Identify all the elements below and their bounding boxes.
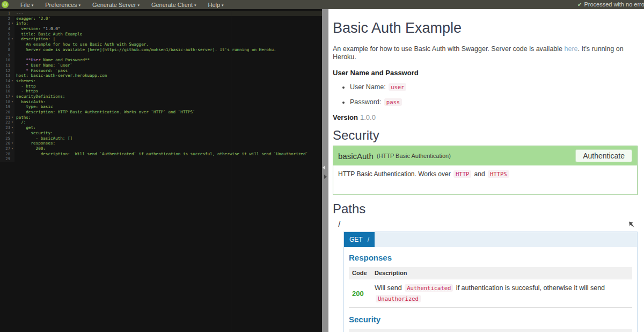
response-code: 200 [349, 279, 371, 308]
code-text: host: basic-auth-server.herokuapp.com [14, 73, 107, 78]
editor-lines: 1---2swagger: '2.0'3▾info:4 version: "1.… [0, 11, 322, 162]
code-text: description: HTTP Basic Authentication. … [14, 110, 195, 115]
code-text [14, 156, 16, 162]
editor-line[interactable]: 12 * Password: `pass` [0, 68, 322, 74]
code-text: * Password: `pass` [14, 68, 70, 74]
editor-line[interactable]: 17▾securityDefinitions: [0, 94, 322, 99]
pane-divider[interactable] [322, 9, 328, 332]
editor-line[interactable]: 5 title: Basic Auth Example [0, 32, 322, 37]
editor-line[interactable]: 25 - basicAuth: [] [0, 136, 322, 141]
operation-security-heading: Security [349, 314, 632, 324]
editor-line[interactable]: 28 description: Will send `Authenticated… [0, 151, 322, 157]
editor-line[interactable]: 3▾info: [0, 21, 322, 26]
menu-preferences[interactable]: Preferences▾ [45, 2, 80, 8]
fold-arrow-icon[interactable]: ▾ [10, 115, 14, 120]
menu-generate-server[interactable]: Generate Server▾ [92, 2, 140, 8]
path-link[interactable]: / [338, 220, 340, 229]
chevron-down-icon: ▾ [222, 3, 224, 7]
swagger-logo-icon[interactable]: {} [2, 1, 9, 8]
fold-arrow-icon[interactable]: ▾ [10, 99, 14, 105]
line-number: 18▾ [0, 99, 14, 105]
fold-arrow-icon[interactable]: ▾ [10, 21, 14, 26]
line-number: 14▾ [0, 78, 14, 84]
editor-line[interactable]: 26▾ responses: [0, 141, 322, 146]
security-scheme-description: HTTP Basic Authentication. Works over HT… [333, 165, 637, 194]
operation-security-table: Security Schema Scopes basicAuth [349, 329, 632, 332]
line-number: 6▾ [0, 37, 14, 42]
code-text: 200: [14, 146, 46, 151]
yaml-editor[interactable]: 1---2swagger: '2.0'3▾info:4 version: "1.… [0, 9, 322, 332]
editor-line[interactable]: 1--- [0, 11, 322, 16]
menu-generate-client[interactable]: Generate Client▾ [151, 2, 196, 8]
column-header-code: Code [349, 267, 371, 279]
editor-line[interactable]: 20 description: HTTP Basic Authenticatio… [0, 110, 322, 115]
editor-line[interactable]: 6▾ description: | [0, 37, 322, 42]
code-text: * User Name: `user` [14, 63, 72, 68]
authenticate-button[interactable]: Authenticate [575, 149, 632, 162]
code-text: /: [14, 120, 26, 125]
response-description: Will send Authenticated if authenticatio… [371, 279, 632, 308]
editor-line[interactable]: 13host: basic-auth-server.herokuapp.com [0, 73, 322, 78]
security-definition-header: basicAuth (HTTP Basic Authentication) Au… [333, 146, 637, 165]
editor-line[interactable]: 22▾ /: [0, 120, 322, 125]
editor-line[interactable]: 21▾paths: [0, 115, 322, 120]
editor-line[interactable]: 29 [0, 156, 322, 162]
line-number: 11 [0, 63, 14, 68]
expand-right-icon[interactable] [324, 175, 327, 179]
operation-header[interactable]: GET/ [344, 232, 637, 247]
column-header-scopes: Scopes [551, 329, 632, 332]
line-number: 17▾ [0, 94, 14, 99]
editor-line[interactable]: 16 - https [0, 89, 322, 94]
here-link[interactable]: here [564, 45, 577, 53]
scroll-to-definition-arrow-icon[interactable] [628, 221, 635, 228]
editor-line[interactable]: 9 [0, 53, 322, 58]
line-number: 23▾ [0, 125, 14, 131]
editor-line[interactable]: 8 Server code is available [here](https:… [0, 47, 322, 53]
code-text: --- [14, 11, 24, 16]
code-text: responses: [14, 141, 55, 146]
editor-line[interactable]: 18▾ basicAuth: [0, 99, 322, 105]
fold-arrow-icon[interactable]: ▾ [10, 146, 14, 151]
editor-line[interactable]: 11 * User Name: `user` [0, 63, 322, 68]
code-text: **User Name and Password** [14, 57, 90, 63]
editor-line[interactable]: 27▾ 200: [0, 146, 322, 151]
editor-line[interactable]: 15 - http [0, 84, 322, 89]
line-number: 2 [0, 16, 14, 21]
line-number: 8 [0, 47, 14, 53]
code-text: securityDefinitions: [14, 94, 65, 99]
security-scheme-name: basicAuth [338, 151, 374, 161]
api-version: Version1.0.0 [333, 113, 638, 121]
code-text: Server code is available [here](https://… [14, 47, 276, 53]
print-margin [231, 9, 231, 332]
menu-help[interactable]: Help▾ [208, 2, 223, 8]
text-run: if authentication is succesful, otherwis… [454, 284, 605, 292]
api-description: An example for how to use Basic Auth wit… [333, 45, 638, 61]
editor-line[interactable]: 7 An example for how to use Basic Auth w… [0, 42, 322, 47]
fold-arrow-icon[interactable]: ▾ [10, 78, 14, 84]
editor-line[interactable]: 14▾schemes: [0, 78, 322, 84]
editor-line[interactable]: 24▾ security: [0, 131, 322, 136]
fold-arrow-icon[interactable]: ▾ [10, 141, 14, 146]
fold-arrow-icon[interactable]: ▾ [10, 125, 14, 131]
fold-arrow-icon[interactable]: ▾ [10, 120, 14, 125]
editor-line[interactable]: 19 type: basic [0, 104, 322, 110]
fold-arrow-icon[interactable]: ▾ [10, 37, 14, 42]
line-number: 12 [0, 68, 14, 74]
editor-line[interactable]: 10 **User Name and Password** [0, 57, 322, 63]
code-text [14, 53, 16, 58]
column-header-description: Description [371, 267, 632, 279]
fold-arrow-icon[interactable]: ▾ [10, 131, 14, 136]
responses-heading: Responses [349, 252, 632, 263]
text-run: Will send [375, 284, 404, 292]
editor-line[interactable]: 4 version: "1.0.0" [0, 26, 322, 32]
collapse-left-icon[interactable] [323, 165, 325, 170]
editor-line[interactable]: 2swagger: '2.0' [0, 16, 322, 21]
menu-file[interactable]: File▾ [20, 2, 33, 8]
check-icon: ✔ [577, 2, 582, 8]
list-item: User Name: user [350, 83, 638, 91]
fold-arrow-icon[interactable]: ▾ [10, 94, 14, 99]
editor-line[interactable]: 23▾ get: [0, 125, 322, 131]
chevron-down-icon: ▾ [32, 3, 34, 7]
api-title: Basic Auth Example [333, 20, 638, 37]
line-number: 20 [0, 110, 14, 115]
